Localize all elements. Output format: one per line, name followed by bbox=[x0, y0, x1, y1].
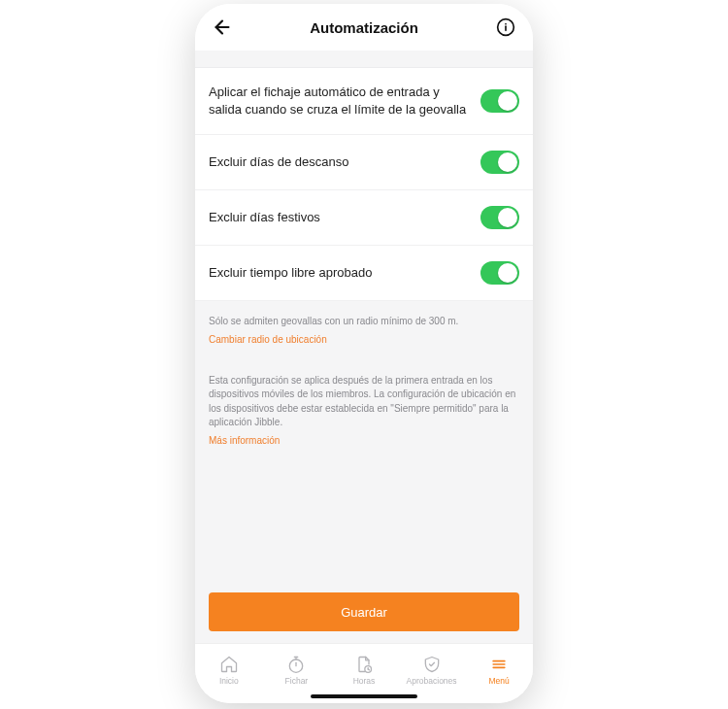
more-info-link[interactable]: Más información bbox=[209, 435, 280, 446]
info-icon bbox=[496, 17, 515, 37]
setting-row-exclude-holidays: Excluir días festivos bbox=[195, 190, 533, 246]
info-section-permissions: Esta configuración se aplica después de … bbox=[195, 356, 533, 457]
toggle-exclude-rest[interactable] bbox=[480, 151, 519, 174]
header: Automatización bbox=[195, 4, 533, 51]
setting-label: Excluir días festivos bbox=[209, 209, 334, 226]
tab-label: Aprobaciones bbox=[407, 676, 457, 686]
stopwatch-icon bbox=[286, 655, 306, 674]
menu-icon bbox=[489, 655, 509, 674]
arrow-left-icon bbox=[212, 17, 233, 38]
content-fill bbox=[195, 457, 533, 583]
tab-home[interactable]: Inicio bbox=[195, 655, 263, 686]
tab-label: Fichar bbox=[285, 676, 309, 686]
page-title: Automatización bbox=[310, 19, 418, 36]
svg-point-3 bbox=[505, 23, 507, 25]
tab-clock[interactable]: Fichar bbox=[263, 655, 331, 686]
section-spacer bbox=[195, 51, 533, 68]
svg-line-10 bbox=[368, 669, 369, 670]
setting-label: Aplicar el fichaje automático de entrada… bbox=[209, 84, 480, 118]
home-icon bbox=[219, 655, 239, 674]
info-button[interactable] bbox=[492, 14, 519, 41]
change-radius-link[interactable]: Cambiar radio de ubicación bbox=[209, 334, 327, 345]
setting-row-geofence-auto: Aplicar el fichaje automático de entrada… bbox=[195, 68, 533, 135]
setting-label: Excluir días de descanso bbox=[209, 153, 363, 171]
shield-check-icon bbox=[422, 655, 442, 674]
setting-row-exclude-rest: Excluir días de descanso bbox=[195, 135, 533, 190]
toggle-exclude-holidays[interactable] bbox=[480, 206, 519, 229]
content-scroll[interactable]: Aplicar el fichaje automático de entrada… bbox=[195, 51, 533, 643]
info-text: Sólo se admiten geovallas con un radio m… bbox=[209, 315, 519, 329]
document-clock-icon bbox=[354, 655, 374, 674]
back-button[interactable] bbox=[209, 14, 236, 41]
tab-label: Inicio bbox=[219, 676, 239, 686]
tab-menu[interactable]: Menú bbox=[465, 655, 533, 686]
phone-frame: Automatización Aplicar el fichaje automá… bbox=[195, 4, 533, 703]
tab-hours[interactable]: Horas bbox=[330, 655, 398, 686]
tab-label: Menú bbox=[489, 676, 510, 686]
setting-label: Excluir tiempo libre aprobado bbox=[209, 264, 385, 282]
save-button[interactable]: Guardar bbox=[209, 592, 519, 631]
info-section-radius: Sólo se admiten geovallas con un radio m… bbox=[195, 301, 533, 356]
home-indicator bbox=[311, 694, 417, 698]
save-button-wrap: Guardar bbox=[195, 583, 533, 643]
setting-row-exclude-timeoff: Excluir tiempo libre aprobado bbox=[195, 246, 533, 301]
tab-label: Horas bbox=[353, 676, 376, 686]
tab-approvals[interactable]: Aprobaciones bbox=[398, 655, 466, 686]
toggle-exclude-timeoff[interactable] bbox=[480, 261, 519, 285]
toggle-geofence-auto[interactable] bbox=[480, 89, 519, 113]
info-text: Esta configuración se aplica después de … bbox=[209, 374, 519, 430]
